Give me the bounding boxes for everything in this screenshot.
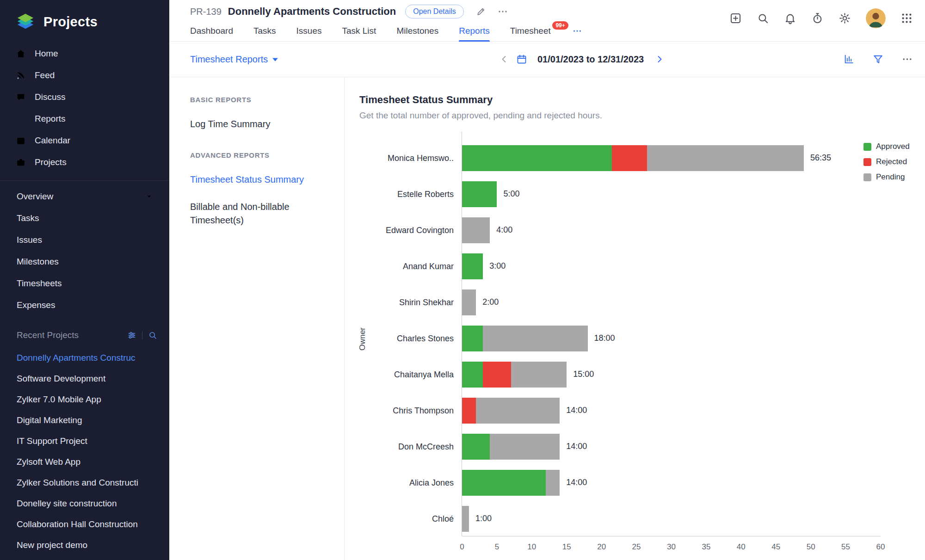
bar-row xyxy=(462,362,567,388)
y-axis-line xyxy=(462,132,462,536)
bar-segment-approved[interactable] xyxy=(462,470,546,496)
chevron-down-icon[interactable] xyxy=(145,192,154,201)
discuss-icon xyxy=(16,92,26,102)
date-range-navigator: 01/01/2023 to 12/31/2023 xyxy=(499,54,665,65)
bar-segment-rejected[interactable] xyxy=(612,145,647,171)
recent-project-collaboration-hall-construction[interactable]: Collaboration Hall Construction xyxy=(0,514,169,535)
chevron-left-icon[interactable] xyxy=(499,54,510,65)
report-item-billable-and-non-billable-timesheet-s[interactable]: Billable and Non-billable Timesheet(s) xyxy=(190,200,329,227)
bar-segment-pending[interactable] xyxy=(462,217,490,243)
bar-segment-pending[interactable] xyxy=(546,470,560,496)
bar-segment-pending[interactable] xyxy=(483,326,587,351)
filter-icon[interactable] xyxy=(872,54,884,65)
bar-segment-approved[interactable] xyxy=(462,253,483,279)
recent-project-zylker-7-0-mobile-app[interactable]: Zylker 7.0 Mobile App xyxy=(0,389,169,410)
tab-reports[interactable]: Reports xyxy=(459,20,490,42)
apps-grid-icon[interactable] xyxy=(900,12,913,25)
recent-projects-list: Donnelly Apartments ConstrucSoftware Dev… xyxy=(0,347,169,555)
report-picker[interactable]: Timesheet Reports xyxy=(190,54,278,65)
sidebar-item-reports[interactable]: Reports xyxy=(0,108,169,129)
sidebar-item-overview[interactable]: Overview xyxy=(0,185,169,207)
recent-projects-tools xyxy=(127,331,157,340)
toolbar-more-icon[interactable] xyxy=(901,54,913,65)
recent-projects-header: Recent Projects xyxy=(0,323,169,347)
sidebar: Projects HomeFeedDiscussReportsCalendarP… xyxy=(0,0,169,560)
project-title: Donnelly Apartments Construction xyxy=(228,6,396,18)
bar-segment-rejected[interactable] xyxy=(462,398,476,424)
bar-segment-approved[interactable] xyxy=(462,434,490,460)
bar-segment-pending[interactable] xyxy=(511,362,567,388)
bar-value-label: 1:00 xyxy=(475,514,492,523)
sidebar-item-expenses[interactable]: Expenses xyxy=(0,294,169,316)
chart-type-icon[interactable] xyxy=(843,54,855,65)
bar-segment-approved[interactable] xyxy=(462,145,612,171)
sidebar-item-label: Issues xyxy=(17,235,42,245)
bar-segment-pending[interactable] xyxy=(476,398,560,424)
x-axis-line xyxy=(462,536,881,536)
sidebar-item-issues[interactable]: Issues xyxy=(0,229,169,251)
project-tabs: DashboardTasksIssuesTask ListMilestonesR… xyxy=(190,20,582,42)
recent-project-donnelly-apartments-construc[interactable]: Donnelly Apartments Construc xyxy=(0,347,169,368)
sidebar-item-discuss[interactable]: Discuss xyxy=(0,86,169,108)
tab-tasks[interactable]: Tasks xyxy=(253,20,276,42)
filter-sliders-icon[interactable] xyxy=(127,331,136,340)
app-name: Projects xyxy=(43,14,98,30)
sidebar-item-calendar[interactable]: Calendar xyxy=(0,129,169,151)
recent-project-label: Donnelly Apartments Construc xyxy=(17,353,136,363)
calendar-icon[interactable] xyxy=(516,54,527,65)
bar-segment-pending[interactable] xyxy=(462,506,469,532)
bar-segment-pending[interactable] xyxy=(647,145,804,171)
x-tick-label: 35 xyxy=(696,542,717,552)
edit-pencil-icon[interactable] xyxy=(476,6,486,17)
settings-gear-icon[interactable] xyxy=(839,12,851,25)
recent-search-icon[interactable] xyxy=(148,331,157,340)
bar-segment-pending[interactable] xyxy=(490,434,560,460)
recent-project-zylker-solutions-and-constructi[interactable]: Zylker Solutions and Constructi xyxy=(0,472,169,493)
report-item-timesheet-status-summary[interactable]: Timesheet Status Summary xyxy=(190,173,329,186)
tab-dashboard[interactable]: Dashboard xyxy=(190,20,233,42)
search-icon[interactable] xyxy=(757,12,769,25)
tab-label: Reports xyxy=(459,26,490,36)
sidebar-item-projects[interactable]: Projects xyxy=(0,151,169,173)
project-code: PR-139 xyxy=(190,6,222,17)
tab-timesheet[interactable]: Timesheet99+ xyxy=(510,20,551,42)
tab-label: Milestones xyxy=(396,26,438,36)
bar-segment-pending[interactable] xyxy=(462,289,476,315)
notifications-bell-icon[interactable] xyxy=(784,12,796,25)
recent-project-zylsoft-web-app[interactable]: Zylsoft Web App xyxy=(0,451,169,472)
project-more-icon[interactable] xyxy=(497,6,508,17)
tab-milestones[interactable]: Milestones xyxy=(396,20,438,42)
advanced-reports-title: ADVANCED REPORTS xyxy=(190,151,344,159)
sidebar-item-timesheets[interactable]: Timesheets xyxy=(0,272,169,294)
recent-project-label: Donelley site construction xyxy=(17,498,117,509)
bar-segment-approved[interactable] xyxy=(462,362,483,388)
recent-project-digital-marketing[interactable]: Digital Marketing xyxy=(0,410,169,431)
open-details-button[interactable]: Open Details xyxy=(405,5,464,18)
tabs-overflow-icon[interactable] xyxy=(572,20,582,42)
recent-project-software-development[interactable]: Software Development xyxy=(0,368,169,389)
tab-task-list[interactable]: Task List xyxy=(342,20,376,42)
date-range[interactable]: 01/01/2023 to 12/31/2023 xyxy=(537,54,644,65)
sidebar-item-milestones[interactable]: Milestones xyxy=(0,251,169,272)
tab-issues[interactable]: Issues xyxy=(296,20,322,42)
bar-segment-rejected[interactable] xyxy=(483,362,511,388)
chevron-right-icon[interactable] xyxy=(654,54,665,65)
category-label: Estelle Roberts xyxy=(358,176,454,212)
x-tick-label: 5 xyxy=(486,542,507,552)
sidebar-item-label: Overview xyxy=(17,191,53,202)
sidebar-item-feed[interactable]: Feed xyxy=(0,64,169,86)
recent-project-new-project-demo[interactable]: New project demo xyxy=(0,535,169,555)
report-item-log-time-summary[interactable]: Log Time Summary xyxy=(190,117,329,131)
bar-segment-approved[interactable] xyxy=(462,326,483,351)
timer-icon[interactable] xyxy=(811,12,824,25)
sidebar-item-home[interactable]: Home xyxy=(0,43,169,64)
recent-project-it-support-project[interactable]: IT Support Project xyxy=(0,431,169,451)
avatar[interactable] xyxy=(866,8,886,28)
add-icon[interactable] xyxy=(729,12,742,25)
bar-segment-approved[interactable] xyxy=(462,181,497,207)
bar-row xyxy=(462,253,483,279)
app-logo[interactable]: Projects xyxy=(0,0,169,43)
category-label: Don McCreesh xyxy=(358,429,454,465)
sidebar-item-tasks[interactable]: Tasks xyxy=(0,207,169,229)
recent-project-donelley-site-construction[interactable]: Donelley site construction xyxy=(0,493,169,514)
